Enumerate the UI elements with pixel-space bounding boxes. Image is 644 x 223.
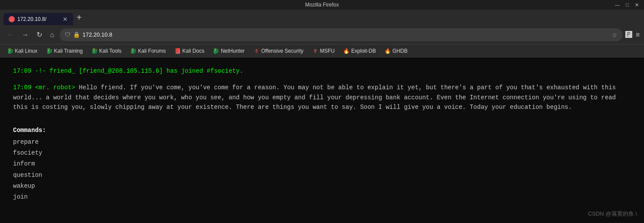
commands-label: Commands: bbox=[13, 125, 631, 135]
irc-timestamp: 17:09 bbox=[13, 84, 31, 91]
minimize-button[interactable]: — bbox=[613, 2, 621, 7]
bookmark-label-kali-linux: Kali Linux bbox=[15, 48, 37, 54]
bookmark-icon-kali-forums: 🐉 bbox=[130, 48, 136, 54]
commands-section: Commands: preparefsocietyinformquestionw… bbox=[13, 125, 631, 203]
forward-button[interactable]: → bbox=[19, 29, 31, 41]
commands-list: preparefsocietyinformquestionwakeupjoin bbox=[13, 137, 631, 203]
bookmark-item-kali-training[interactable]: 🐉Kali Training bbox=[43, 47, 86, 55]
bookmark-item-offensive-security[interactable]: 🗡Offensive Security bbox=[250, 47, 307, 55]
maximize-button[interactable]: □ bbox=[624, 2, 631, 7]
titlebar-title: Mozilla Firefox bbox=[305, 2, 339, 8]
bookmark-item-kali-tools[interactable]: 🐉Kali Tools bbox=[88, 47, 125, 55]
bookmark-item-kali-linux[interactable]: 🐉Kali Linux bbox=[3, 47, 41, 55]
main-content: 17:09 -!- friend_ [friend_@208.185.115.6… bbox=[0, 57, 644, 223]
reload-button[interactable]: ↻ bbox=[34, 29, 45, 41]
navbar: ← → ↻ ⌂ 🛡 🔒 172.20.10.8 ☆ 🅿 ≡ bbox=[0, 25, 644, 44]
bookmark-icon-kali-linux: 🐉 bbox=[7, 48, 13, 54]
tab-close-button[interactable]: ✕ bbox=[63, 16, 68, 23]
bookmark-icon-offensive-security: 🗡 bbox=[254, 48, 260, 54]
bookmark-item-msfu[interactable]: 🗡MSFU bbox=[309, 47, 338, 55]
bookmark-label-offensive-security: Offensive Security bbox=[261, 48, 304, 54]
new-tab-button[interactable]: + bbox=[74, 13, 84, 23]
irc-message: 17:09 <mr. robot> Hello friend. If you'v… bbox=[13, 83, 631, 112]
titlebar-controls[interactable]: — □ ✕ bbox=[613, 2, 641, 8]
tab-favicon bbox=[9, 16, 15, 22]
bookmark-label-msfu: MSFU bbox=[320, 48, 335, 54]
tab-label: 172.20.10.8/ bbox=[17, 16, 47, 22]
irc-nick: <mr. robot> bbox=[35, 84, 75, 91]
bookmark-label-kali-docs: Kali Docs bbox=[182, 48, 204, 54]
home-button[interactable]: ⌂ bbox=[47, 29, 57, 41]
bookmark-label-kali-tools: Kali Tools bbox=[99, 48, 121, 54]
bookmark-icon-kali-training: 🐉 bbox=[46, 48, 52, 54]
command-item[interactable]: join bbox=[13, 192, 631, 203]
titlebar: Mozilla Firefox — □ ✕ bbox=[0, 0, 644, 10]
pocket-icon[interactable]: 🅿 bbox=[625, 31, 632, 39]
back-button[interactable]: ← bbox=[4, 29, 17, 41]
bookmark-label-kali-forums: Kali Forums bbox=[138, 48, 166, 54]
bookmark-item-kali-forums[interactable]: 🐉Kali Forums bbox=[127, 47, 169, 55]
close-button[interactable]: ✕ bbox=[633, 2, 641, 8]
bookmark-item-nethunter[interactable]: 🐉NetHunter bbox=[210, 47, 248, 55]
command-item[interactable]: inform bbox=[13, 159, 631, 169]
bookmark-icon-nethunter: 🐉 bbox=[213, 48, 219, 54]
command-item[interactable]: question bbox=[13, 170, 631, 181]
bookmark-icon-ghdb: 🔥 bbox=[384, 48, 390, 54]
shield-icon: 🛡 bbox=[65, 31, 70, 38]
bookmark-item-exploit-db[interactable]: 🔥Exploit-DB bbox=[340, 47, 380, 55]
bookmarks-bar: 🐉Kali Linux🐉Kali Training🐉Kali Tools🐉Kal… bbox=[0, 44, 644, 57]
watermark: CSDN @落寞的鱼 \ bbox=[588, 209, 637, 219]
command-item[interactable]: prepare bbox=[13, 137, 631, 148]
bookmark-item-ghdb[interactable]: 🔥GHDB bbox=[381, 47, 411, 55]
menu-icon[interactable]: ≡ bbox=[636, 31, 640, 39]
nav-right-controls: 🅿 ≡ bbox=[625, 31, 640, 39]
lock-icon: 🔒 bbox=[73, 31, 80, 38]
irc-join-message: 17:09 -!- friend_ [friend_@208.185.115.6… bbox=[13, 66, 631, 76]
bookmark-label-kali-training: Kali Training bbox=[54, 48, 83, 54]
bookmark-label-exploit-db: Exploit-DB bbox=[351, 48, 376, 54]
bookmark-icon-msfu: 🗡 bbox=[312, 48, 318, 54]
bookmark-icon-kali-docs: 📕 bbox=[174, 48, 180, 54]
command-item[interactable]: wakeup bbox=[13, 181, 631, 192]
irc-body: Hello friend. If you've come, you've com… bbox=[13, 84, 616, 111]
bookmark-item-kali-docs[interactable]: 📕Kali Docs bbox=[171, 47, 208, 55]
bookmark-label-ghdb: GHDB bbox=[392, 48, 407, 54]
address-bar[interactable]: 🛡 🔒 172.20.10.8 ☆ bbox=[60, 28, 623, 41]
bookmark-star-icon[interactable]: ☆ bbox=[612, 31, 617, 38]
bookmark-icon-exploit-db: 🔥 bbox=[344, 48, 350, 54]
bookmark-icon-kali-tools: 🐉 bbox=[91, 48, 97, 54]
tabbar: 172.20.10.8/ ✕ + bbox=[0, 10, 644, 25]
command-item[interactable]: fsociety bbox=[13, 148, 631, 159]
bookmark-label-nethunter: NetHunter bbox=[221, 48, 245, 54]
browser-tab[interactable]: 172.20.10.8/ ✕ bbox=[3, 13, 73, 25]
address-text[interactable]: 172.20.10.8 bbox=[83, 31, 609, 38]
